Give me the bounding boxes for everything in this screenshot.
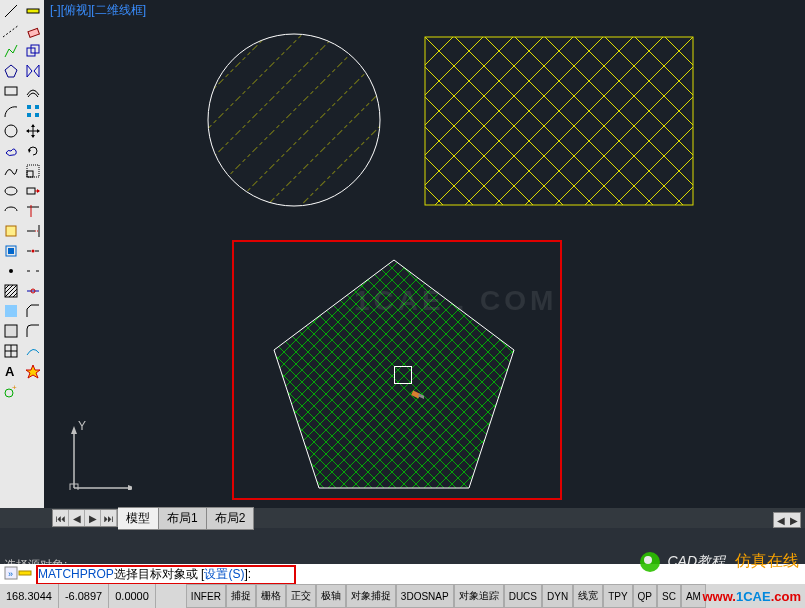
- svg-marker-45: [37, 189, 40, 193]
- sb-tpy[interactable]: TPY: [603, 584, 632, 608]
- arc-tool[interactable]: [2, 102, 20, 120]
- offset-tool[interactable]: [24, 82, 42, 100]
- line-tool[interactable]: [2, 2, 20, 20]
- rotate-tool[interactable]: [24, 142, 42, 160]
- revcloud-tool[interactable]: [2, 142, 20, 160]
- scale-tool[interactable]: [24, 162, 42, 180]
- sb-snap[interactable]: 捕捉: [226, 584, 256, 608]
- fillet-tool[interactable]: [24, 322, 42, 340]
- svg-point-53: [32, 250, 35, 253]
- command-prompt-end: ]:: [244, 567, 251, 581]
- coord-y: -6.0897: [59, 584, 109, 608]
- erase-tool[interactable]: [24, 22, 42, 40]
- sb-osnap[interactable]: 对象捕捉: [346, 584, 396, 608]
- sb-polar[interactable]: 极轴: [316, 584, 346, 608]
- draw-toolbar: A +: [0, 0, 22, 508]
- hscroll-left[interactable]: ◀: [774, 513, 787, 527]
- svg-marker-36: [31, 124, 35, 127]
- ucs-y-label: Y: [78, 420, 86, 433]
- sb-otrack[interactable]: 对象追踪: [454, 584, 504, 608]
- xline-tool[interactable]: [2, 22, 20, 40]
- coord-x: 168.3044: [0, 584, 59, 608]
- svg-text:»: »: [8, 569, 13, 579]
- tab-model[interactable]: 模型: [118, 507, 159, 530]
- svg-marker-28: [27, 65, 32, 77]
- svg-rect-25: [28, 28, 39, 37]
- sb-infer[interactable]: INFER: [186, 584, 226, 608]
- region-tool[interactable]: [2, 322, 20, 340]
- sb-sc[interactable]: SC: [657, 584, 681, 608]
- svg-marker-39: [37, 129, 40, 133]
- table-tool[interactable]: [2, 342, 20, 360]
- ellipse-arc-tool[interactable]: [2, 202, 20, 220]
- layout-tabstrip: ⏮ ◀ ▶ ⏭ 模型 布局1 布局2: [52, 508, 254, 528]
- tab-last[interactable]: ⏭: [101, 510, 117, 526]
- svg-point-9: [9, 269, 13, 273]
- polygon-tool[interactable]: [2, 62, 20, 80]
- insert-block-tool[interactable]: [2, 222, 20, 240]
- tab-prev[interactable]: ◀: [69, 510, 85, 526]
- mtext-tool[interactable]: A: [2, 362, 20, 380]
- sb-ducs[interactable]: DUCS: [504, 584, 542, 608]
- wechat-icon: [640, 552, 660, 572]
- explode-tool[interactable]: [24, 362, 42, 380]
- svg-line-12: [5, 285, 13, 293]
- command-option[interactable]: 设置(S): [204, 566, 244, 583]
- spline-tool[interactable]: [2, 162, 20, 180]
- chamfer-tool[interactable]: [24, 302, 42, 320]
- sb-3dosnap[interactable]: 3DOSNAP: [396, 584, 454, 608]
- extend-tool[interactable]: [24, 222, 42, 240]
- sb-ortho[interactable]: 正交: [286, 584, 316, 608]
- blend-tool[interactable]: [24, 342, 42, 360]
- move-tool[interactable]: [24, 122, 42, 140]
- sb-grid[interactable]: 栅格: [256, 584, 286, 608]
- svg-marker-29: [34, 65, 39, 77]
- addselected-tool[interactable]: +: [2, 382, 20, 400]
- stretch-tool[interactable]: [24, 182, 42, 200]
- join-tool[interactable]: [24, 282, 42, 300]
- tab-next[interactable]: ▶: [85, 510, 101, 526]
- rectangle-tool[interactable]: [2, 82, 20, 100]
- svg-rect-33: [35, 113, 39, 117]
- copy-tool[interactable]: [24, 42, 42, 60]
- sb-dyn[interactable]: DYN: [542, 584, 573, 608]
- tab-first[interactable]: ⏮: [53, 510, 69, 526]
- svg-text:+: +: [12, 383, 17, 392]
- svg-line-14: [9, 289, 17, 297]
- svg-rect-43: [27, 188, 35, 194]
- svg-line-15: [13, 293, 17, 297]
- tab-layout1[interactable]: 布局1: [159, 507, 207, 530]
- hatch-tool[interactable]: [2, 282, 20, 300]
- gradient-tool[interactable]: [2, 302, 20, 320]
- svg-marker-75: [128, 485, 132, 490]
- matchprop-brush-cursor: [410, 390, 424, 400]
- break-point-tool[interactable]: [24, 242, 42, 260]
- sb-qp[interactable]: QP: [633, 584, 657, 608]
- command-input-icon2: [18, 566, 32, 583]
- svg-line-11: [5, 285, 9, 289]
- viewport-label[interactable]: [-][俯视][二维线框]: [50, 2, 146, 19]
- point-tool[interactable]: [2, 262, 20, 280]
- ellipse-tool[interactable]: [2, 182, 20, 200]
- drawing-area[interactable]: [-][俯视][二维线框]: [44, 0, 805, 508]
- tab-layout2[interactable]: 布局2: [207, 507, 255, 530]
- mirror-tool[interactable]: [24, 62, 42, 80]
- svg-rect-3: [5, 87, 17, 95]
- command-prompt-text: 选择目标对象或 [: [114, 566, 205, 583]
- circle-tool[interactable]: [2, 122, 20, 140]
- svg-text:A: A: [5, 364, 15, 379]
- svg-rect-6: [6, 226, 16, 236]
- trim-tool[interactable]: [24, 202, 42, 220]
- tab-nav: ⏮ ◀ ▶ ⏭: [52, 509, 118, 527]
- array-tool[interactable]: [24, 102, 42, 120]
- sb-lwt[interactable]: 线宽: [573, 584, 603, 608]
- make-block-tool[interactable]: [2, 242, 20, 260]
- command-name: MATCHPROP: [38, 567, 114, 581]
- measure-tool[interactable]: [24, 2, 42, 20]
- svg-rect-16: [5, 305, 17, 317]
- hscroll-right[interactable]: ▶: [787, 513, 800, 527]
- svg-marker-40: [28, 149, 31, 153]
- polyline-tool[interactable]: [2, 42, 20, 60]
- hscroll-buttons: ◀ ▶: [773, 512, 801, 528]
- break-tool[interactable]: [24, 262, 42, 280]
